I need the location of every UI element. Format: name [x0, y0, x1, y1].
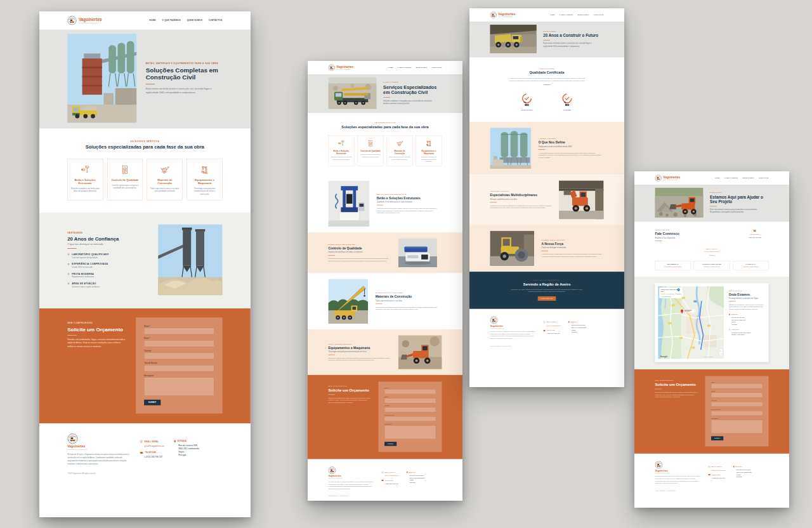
- submit-button[interactable]: SUBMIT: [711, 436, 723, 440]
- dept-email[interactable]: qualidade@vagoinertes.pt: [695, 266, 728, 267]
- nav-quem-somos[interactable]: QUEM SOMOS: [578, 14, 589, 16]
- nav-quem-somos[interactable]: QUEM SOMOS: [187, 19, 202, 22]
- section-eyebrow: PORQUE ESCOLHER-NOS: [541, 239, 603, 241]
- footer-email-value[interactable]: geral@vagoinertes.pt: [711, 469, 726, 472]
- phone-icon: ☎: [140, 451, 143, 454]
- main-nav: HOME O QUE FAZEMOS QUEM SOMOS CONTACTOS: [550, 14, 604, 16]
- nav-home[interactable]: HOME: [149, 19, 155, 22]
- service-type-field[interactable]: [711, 411, 763, 416]
- phone-icon: ☎: [381, 480, 384, 482]
- name-field[interactable]: [711, 384, 763, 389]
- footer-brand-tagline: Materiais de Construção: [328, 478, 343, 479]
- nav-contactos[interactable]: CONTACTOS: [594, 14, 604, 16]
- email-field[interactable]: [144, 340, 214, 346]
- footer-phone-value[interactable]: (+351) 234 796 137: [145, 456, 164, 459]
- service-type-field[interactable]: [144, 365, 214, 371]
- footer-email-value[interactable]: geral@vagoinertes.pt: [546, 324, 561, 327]
- footer-brand-name: Vagoinertes: [328, 475, 343, 478]
- name-field[interactable]: [384, 389, 436, 394]
- message-field[interactable]: [384, 426, 436, 439]
- accent-bar: [376, 303, 383, 304]
- phone-value[interactable]: (+351) 234 796 137: [741, 237, 769, 239]
- section-subtitle: O que nos distingue no mercado: [541, 247, 603, 249]
- footer-phone-value[interactable]: (+351) 234 796 137: [546, 333, 561, 335]
- name-field[interactable]: [144, 328, 214, 334]
- nav-contactos[interactable]: CONTACTOS: [759, 177, 769, 179]
- hero-title: Soluções Completas em Construção Civil: [146, 67, 223, 81]
- contact-us-button[interactable]: CONTACTE-NOS: [538, 296, 556, 301]
- google-map[interactable]: Vagoinertes Materiais De Con... Directio…: [658, 286, 724, 359]
- nav-o-que-fazemos[interactable]: O QUE FAZEMOS: [398, 67, 411, 69]
- hero-body: Entre em contacto connosco para orçament…: [710, 208, 763, 213]
- message-field[interactable]: [711, 420, 763, 433]
- brand-logo[interactable]: Vagoinertes Materiais de Construção: [490, 11, 515, 18]
- site-header: Vagoinertes Materiais de Construção HOME…: [39, 11, 251, 30]
- accent-bar: [655, 389, 662, 390]
- view-larger-map-link[interactable]: View larger map: [660, 296, 671, 297]
- section-title: Especialistas Multidisciplinares: [490, 194, 551, 197]
- home-page-mockup: Vagoinertes Materiais de Construção HOME…: [39, 11, 251, 517]
- services-section: OS NOSSOS SERVIÇOS Soluções especializad…: [39, 129, 251, 213]
- brand-logo[interactable]: Vagoinertes Materiais de Construção: [67, 16, 102, 25]
- dept-email[interactable]: encomendas@vagoinertes.pt: [656, 266, 689, 267]
- nav-quem-somos[interactable]: QUEM SOMOS: [416, 67, 428, 69]
- brand-logo[interactable]: Vagoinertes Materiais de Construção: [328, 64, 353, 71]
- footer-logo[interactable]: Vagoinertes Materiais de Construção: [67, 433, 130, 451]
- email-field[interactable]: [384, 399, 436, 404]
- map-zoom-out[interactable]: −: [720, 353, 721, 355]
- brand-tagline: Materiais de Construção: [663, 179, 680, 180]
- dept-email[interactable]: faturacao@vagoinertes.pt: [734, 266, 767, 267]
- dept-qualidade: CONTROLO QUALIDADE qualidade@vagoinertes…: [694, 261, 730, 270]
- hero-title: Serviços Especializados em Construção Ci…: [383, 84, 442, 95]
- footer-email-value[interactable]: geral@vagoinertes.pt: [384, 475, 399, 477]
- message-field[interactable]: [144, 378, 214, 396]
- advantages-eyebrow: VANTAGENS: [67, 232, 147, 234]
- crane-icon: [200, 165, 210, 175]
- submit-button[interactable]: SUBMIT: [144, 400, 160, 406]
- service-type-field[interactable]: [384, 416, 436, 421]
- map-zoom-in[interactable]: +: [720, 350, 721, 352]
- certification-seal-icon: [561, 93, 572, 107]
- footer-email-value[interactable]: geral@vagoinertes.pt: [145, 444, 164, 447]
- nav-contactos[interactable]: CONTACTOS: [432, 67, 442, 69]
- brand-logo[interactable]: Vagoinertes Materiais de Construção: [655, 175, 680, 182]
- detail-body: O nosso laboratório qualificado realiza …: [328, 258, 391, 262]
- svg-text:Con...: Con...: [660, 291, 665, 293]
- nav-home[interactable]: HOME: [550, 14, 555, 16]
- submit-button[interactable]: SUBMIT: [384, 442, 396, 446]
- phone-field[interactable]: [711, 402, 763, 407]
- brand-name: Vagoinertes: [336, 65, 353, 69]
- hero-eyebrow: QUEM SOMOS: [543, 30, 598, 32]
- email-value[interactable]: geral@vagoinertes.pt: [655, 251, 768, 253]
- phone-icon: ☎: [708, 474, 710, 476]
- tools-icon: [337, 140, 345, 147]
- email-label: Email *: [711, 390, 763, 392]
- phone-field[interactable]: [384, 407, 436, 412]
- location-body: Situados em Lombomeão, Vagos, servimos e…: [729, 303, 766, 310]
- footer-contact-column: @EMAIL GERAL geral@vagoinertes.pt ☎TELEF…: [543, 316, 561, 346]
- nav-o-que-fazemos[interactable]: O QUE FAZEMOS: [560, 14, 573, 16]
- site-footer: Vagoinertes Materiais de Construção Há m…: [308, 459, 462, 501]
- map-directions-link[interactable]: Directions: [676, 293, 681, 294]
- footer-about-text: Há mais de 20 anos, a Vagoinertes destac…: [655, 475, 700, 484]
- nav-o-que-fazemos[interactable]: O QUE FAZEMOS: [724, 177, 738, 179]
- footer-phone-value[interactable]: (+351) 234 796 137: [711, 477, 726, 480]
- email-icon: @: [708, 466, 710, 468]
- nav-home[interactable]: HOME: [388, 67, 393, 69]
- nav-o-que-fazemos[interactable]: O QUE FAZEMOS: [162, 19, 181, 22]
- phone-field[interactable]: [144, 353, 214, 359]
- detail-eyebrow: LABORATÓRIO QUALIFICADO: [328, 244, 391, 246]
- email-field[interactable]: [711, 393, 763, 398]
- footer-logo[interactable]: Vagoinertes Materiais de Construção: [655, 461, 700, 473]
- nav-contactos[interactable]: CONTACTOS: [209, 19, 223, 22]
- nav-home[interactable]: HOME: [715, 177, 720, 179]
- cta-title: Solicite um Orçamento: [67, 326, 127, 332]
- hero-eyebrow: BETÃO, MATERIAIS E EQUIPAMENTOS PARA A S…: [146, 62, 223, 65]
- footer-phone-value[interactable]: (+351) 234 796 137: [384, 483, 399, 485]
- footer-logo[interactable]: Vagoinertes Materiais de Construção: [328, 466, 374, 479]
- cert-badge-en206: NP EN 206: [561, 93, 572, 110]
- wheelbarrow-icon: [160, 165, 170, 175]
- nav-quem-somos[interactable]: QUEM SOMOS: [743, 177, 754, 179]
- footer-logo[interactable]: Vagoinertes Materiais de Construção: [490, 316, 535, 329]
- service-card-desc: Tecnologia avançada para movimentação de…: [418, 156, 440, 162]
